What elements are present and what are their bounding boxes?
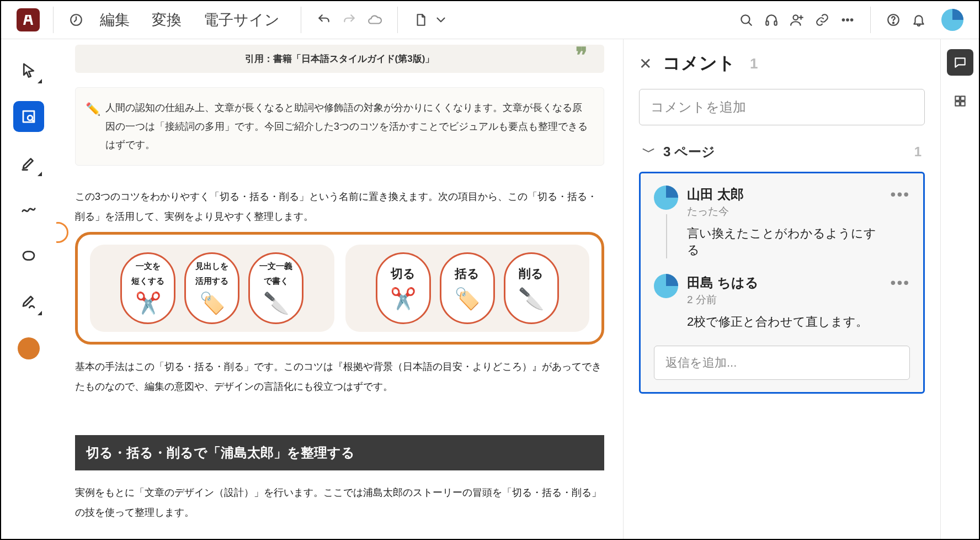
oval-headings: 見出しを活用する🏷️ xyxy=(184,252,239,324)
highlight-tool[interactable] xyxy=(13,147,44,178)
menu-esign[interactable]: 電子サイン xyxy=(193,4,291,35)
svg-line-2 xyxy=(748,22,751,25)
commenter-avatar xyxy=(654,186,678,210)
right-rail xyxy=(940,39,979,539)
color-swatch[interactable] xyxy=(13,333,44,364)
reply-input[interactable]: 返信を追加... xyxy=(654,346,910,380)
select-tool[interactable] xyxy=(13,55,44,86)
intro-paragraph: この3つのコツをわかりやすく「切る・括る・削る」という名前に置き換えます。次の項… xyxy=(75,187,604,226)
oval-bundle: 括る🏷️ xyxy=(440,252,495,324)
thumbnails-rail-button[interactable] xyxy=(947,88,973,114)
svg-rect-3 xyxy=(766,21,768,25)
commenter-name: 田島 ちはる xyxy=(687,274,882,292)
comment-item[interactable]: 田島 ちはる 2 分前 2校で修正と合わせて直します。 ••• xyxy=(654,274,910,330)
svg-point-9 xyxy=(846,19,848,20)
shape-tool[interactable] xyxy=(13,240,44,271)
comment-time: 2 分前 xyxy=(687,293,882,307)
oval-trim: 削る🔪 xyxy=(504,252,559,324)
chevron-down-icon[interactable] xyxy=(433,7,449,33)
page-comment-count: 1 xyxy=(914,144,922,160)
recent-icon[interactable] xyxy=(63,7,89,33)
oval-cut: 切る✂️ xyxy=(376,252,431,324)
svg-rect-18 xyxy=(961,97,965,101)
comment-marker-icon[interactable] xyxy=(56,222,68,243)
help-icon[interactable] xyxy=(881,7,906,33)
comments-total-count: 1 xyxy=(750,55,758,72)
redo-icon xyxy=(337,7,362,33)
pencil-icon: ✏️ xyxy=(86,98,100,121)
section-heading: 切る・括る・削るで「浦島太郎」を整理する xyxy=(75,435,604,470)
document-menu-icon[interactable] xyxy=(408,7,433,33)
commenter-name: 山田 太郎 xyxy=(687,186,882,203)
comment-more-button[interactable]: ••• xyxy=(891,186,910,203)
headphones-icon[interactable] xyxy=(759,7,784,33)
top-toolbar: 編集 変換 電子サイン xyxy=(1,1,979,39)
more-icon[interactable] xyxy=(835,7,860,33)
svg-rect-19 xyxy=(955,102,960,106)
quote-source: 引用：書籍「日本語スタイルガイド(第3版)」❞ xyxy=(89,52,590,65)
left-toolbar xyxy=(1,39,56,539)
app-logo xyxy=(17,8,40,31)
svg-rect-16 xyxy=(23,252,34,260)
oval-shorten: 一文を短くする✂️ xyxy=(120,252,175,324)
chevron-down-icon: ﹀ xyxy=(642,143,656,161)
cloud-icon[interactable] xyxy=(362,7,387,33)
note-callout: ✏️ 人間の認知の仕組み上、文章が長くなると助詞や修飾語の対象が分かりにくくなり… xyxy=(75,87,604,166)
tag-icon: 🏷️ xyxy=(199,291,225,315)
svg-point-5 xyxy=(793,15,798,20)
comment-time: たった今 xyxy=(687,204,882,219)
svg-point-10 xyxy=(851,19,853,20)
menu-edit[interactable]: 編集 xyxy=(89,4,141,35)
comment-item[interactable]: 山田 太郎 たった今 言い換えたことがわかるようにする ••• xyxy=(654,186,910,258)
svg-rect-4 xyxy=(774,21,776,25)
scissors-icon: ✂️ xyxy=(390,287,416,311)
knife-icon: 🔪 xyxy=(263,291,289,315)
knife-icon: 🔪 xyxy=(518,287,544,311)
sign-tool[interactable] xyxy=(13,287,44,317)
svg-rect-20 xyxy=(961,102,965,106)
svg-point-8 xyxy=(843,19,844,20)
comments-panel: ✕ コメント 1 コメントを追加 ﹀ 3 ページ 1 山田 太郎 たった今 言い… xyxy=(623,39,940,539)
add-comment-input[interactable]: コメントを追加 xyxy=(639,89,925,125)
highlighted-region[interactable]: 一文を短くする✂️ 見出しを活用する🏷️ 一文一義で書く🔪 切る✂️ 括る🏷️ … xyxy=(75,232,604,345)
oval-group-b: 切る✂️ 括る🏷️ 削る🔪 xyxy=(345,245,590,332)
bell-icon[interactable] xyxy=(906,7,931,33)
freehand-tool[interactable] xyxy=(13,194,44,225)
crop-select-tool[interactable] xyxy=(13,101,44,132)
svg-point-12 xyxy=(893,22,894,23)
comment-more-button[interactable]: ••• xyxy=(891,274,910,292)
search-icon[interactable] xyxy=(733,7,759,33)
page-label: 3 ページ xyxy=(663,143,715,161)
tag-icon: 🏷️ xyxy=(454,287,480,311)
add-person-icon[interactable] xyxy=(784,7,809,33)
section-paragraph: 実例をもとに「文章のデザイン（設計）」を行います。ここでは浦島太郎のストーリーの… xyxy=(75,483,604,522)
user-avatar[interactable] xyxy=(941,9,963,31)
comments-rail-button[interactable] xyxy=(947,49,973,76)
undo-icon[interactable] xyxy=(311,7,337,33)
oval-one-idea: 一文一義で書く🔪 xyxy=(248,252,303,324)
scissors-icon: ✂️ xyxy=(135,291,161,315)
page-group-header[interactable]: ﹀ 3 ページ 1 xyxy=(639,143,925,161)
comment-thread[interactable]: 山田 太郎 たった今 言い換えたことがわかるようにする ••• 田島 ちはる 2… xyxy=(639,172,925,394)
menu-convert[interactable]: 変換 xyxy=(141,4,193,35)
oval-group-a: 一文を短くする✂️ 見出しを活用する🏷️ 一文一義で書く🔪 xyxy=(90,245,334,332)
close-comments-button[interactable]: ✕ xyxy=(639,55,652,73)
svg-rect-17 xyxy=(955,97,960,101)
document-canvas[interactable]: 引用：書籍「日本語スタイルガイド(第3版)」❞ ✏️ 人間の認知の仕組み上、文章… xyxy=(56,39,623,539)
followup-paragraph: 基本の手法はこの「切る・括る・削る」です。このコツは『根拠や背景（日本語の目安・… xyxy=(75,357,604,396)
comment-text: 2校で修正と合わせて直します。 xyxy=(687,314,882,330)
comments-title: コメント xyxy=(663,51,736,76)
link-icon[interactable] xyxy=(809,7,835,33)
commenter-avatar xyxy=(654,274,678,298)
comment-text: 言い換えたことがわかるようにする xyxy=(687,225,882,258)
